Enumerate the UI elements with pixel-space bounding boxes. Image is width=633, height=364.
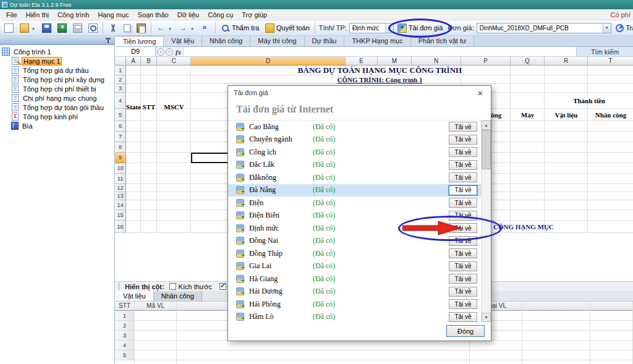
download-button[interactable]: Tải về <box>449 211 477 221</box>
row-header[interactable]: 8 <box>115 142 126 153</box>
download-button[interactable]: Tải về <box>449 312 477 322</box>
column-header[interactable]: Q <box>511 57 545 66</box>
run-button[interactable] <box>198 22 213 35</box>
quyet-toan-button[interactable]: Quyết toán <box>263 22 312 35</box>
row-header[interactable]: 16 <box>115 221 126 233</box>
new-button[interactable] <box>2 22 16 35</box>
price-list-item[interactable]: Đà Nẵng(Đã có)Tải về <box>228 184 481 197</box>
row-header[interactable]: 2 <box>115 75 126 84</box>
sheet-tab[interactable]: Tiền lương <box>116 36 164 46</box>
sheet-tab[interactable]: Dự thầu <box>305 36 345 46</box>
bottom-row-header[interactable]: 3 <box>115 331 135 341</box>
undo-button[interactable] <box>154 22 175 35</box>
tree-item[interactable]: Bìa <box>2 121 113 130</box>
scroll-thumb[interactable] <box>482 130 491 169</box>
tree-item[interactable]: Chi phí hạng mục chung <box>2 93 113 103</box>
tree-root[interactable]: Công trình 1 <box>2 47 113 56</box>
print-button[interactable] <box>70 22 85 35</box>
row-header[interactable]: 10 <box>115 163 126 174</box>
save-button[interactable] <box>40 22 54 35</box>
download-button[interactable]: Tải về <box>449 185 477 195</box>
price-list-item[interactable]: Chuyên ngành(Đã có)Tải về <box>228 133 481 146</box>
row-header[interactable]: 6 <box>115 121 126 132</box>
column-header[interactable]: R <box>545 57 588 66</box>
download-button[interactable]: Tải về <box>449 248 477 258</box>
copy-button[interactable] <box>121 22 133 35</box>
price-list-item[interactable]: Đồng Nai(Đã có)Tải về <box>228 235 481 248</box>
redo-button[interactable] <box>176 22 197 35</box>
price-list-item[interactable]: Đắc Lắk(Đã có)Tải về <box>228 159 481 172</box>
cut-button[interactable] <box>106 22 120 35</box>
price-list-item[interactable]: Đắknông(Đã có)Tải về <box>228 171 481 184</box>
row-header[interactable]: 15 <box>115 210 126 221</box>
menu-item[interactable]: Hiển thị <box>22 11 53 19</box>
download-button[interactable]: Tải về <box>449 198 477 208</box>
cell-reference-box[interactable]: D9 <box>116 47 156 56</box>
menu-item[interactable]: Soạn thảo <box>134 11 173 19</box>
column-header[interactable]: D <box>191 57 346 66</box>
price-list-item[interactable]: Hải Dương(Đã có)Tải về <box>228 286 481 298</box>
download-button[interactable]: Tải về <box>449 122 477 132</box>
download-button[interactable]: Tải về <box>449 261 477 271</box>
column-checkbox[interactable]: Kích thước <box>169 283 212 290</box>
row-header[interactable]: 14 <box>115 200 126 210</box>
price-list-item[interactable]: Hải Phòng(Đã có)Tải về <box>228 298 481 311</box>
column-header[interactable]: C <box>157 57 191 66</box>
download-button[interactable]: Tải về <box>449 274 477 284</box>
formula-input[interactable] <box>183 47 576 56</box>
row-header[interactable]: 3 <box>115 84 126 93</box>
sheet-tab[interactable]: Phân tích vật tư <box>411 36 475 46</box>
download-button[interactable]: Tải về <box>449 223 477 233</box>
menu-item[interactable]: File <box>2 11 22 19</box>
download-button[interactable]: Tải về <box>449 236 477 246</box>
sheet-tab[interactable]: Máy thi công <box>250 36 304 46</box>
menu-item[interactable]: Công cụ <box>203 11 237 19</box>
row-header[interactable]: 11 <box>115 174 126 184</box>
row-header[interactable]: 12 <box>115 184 126 192</box>
row-header[interactable]: 1 <box>115 66 126 75</box>
scroll-down-icon[interactable] <box>482 313 491 322</box>
row-header[interactable]: 4 <box>115 93 126 109</box>
download-button[interactable]: Tải về <box>449 299 477 309</box>
tree-item[interactable]: Tổng hợp kinh phí <box>2 112 113 121</box>
sheet-tab[interactable]: Vật liệu <box>164 36 202 46</box>
bottom-tab[interactable]: Vật liệu <box>116 291 154 301</box>
price-list-item[interactable]: Gia Lai(Đã có)Tải về <box>228 260 481 273</box>
download-button[interactable]: Tải về <box>449 135 477 145</box>
menu-item[interactable]: Dữ liệu <box>173 11 204 19</box>
bottom-row-header[interactable]: 1 <box>115 311 135 321</box>
menu-item[interactable]: Hạng mục <box>93 11 133 19</box>
price-list-item[interactable]: Đồng Tháp(Đã có)Tải về <box>228 247 481 260</box>
column-header[interactable]: M <box>378 57 412 66</box>
tree-item[interactable]: Hạng mục 1 <box>2 56 113 66</box>
tai-don-gia-button[interactable]: Tải đơn giá <box>395 22 446 35</box>
price-list-item[interactable]: Điện(Đã có)Tải về <box>228 197 481 210</box>
export-excel-button[interactable] <box>55 22 69 35</box>
column-header[interactable]: E <box>346 57 378 66</box>
column-header[interactable]: N <box>412 57 461 66</box>
search-box[interactable]: Tìm kiếm <box>576 47 633 56</box>
accept-icon[interactable] <box>166 48 173 56</box>
tree-item[interactable]: Tổng hợp chi phí xây dựng <box>2 75 113 84</box>
column-header[interactable]: B <box>141 57 157 66</box>
paste-button[interactable] <box>134 22 148 35</box>
tinh-tp-select[interactable]: Định mức <box>349 23 394 33</box>
close-icon[interactable] <box>475 88 485 98</box>
tham-tra-button[interactable]: Thẩm tra <box>218 22 261 35</box>
tree-item[interactable]: Tổng hợp dự toán gói thầu <box>2 103 113 112</box>
price-list-item[interactable]: Hà Giang(Đã có)Tải về <box>228 273 481 286</box>
bottom-row-header[interactable]: 2 <box>115 321 135 331</box>
bottom-row-header[interactable]: 5 <box>115 350 135 360</box>
menu-item[interactable]: Trợ giúp <box>237 11 271 19</box>
price-list-item[interactable]: Công ích(Đã có)Tải về <box>228 146 481 159</box>
column-header[interactable]: T <box>588 57 633 66</box>
column-header[interactable]: A <box>126 57 141 66</box>
tra-lai-dg-button[interactable]: Tra lại ĐG <box>613 22 633 35</box>
price-list-item[interactable]: Hầm Lò(Đã có)Tải về <box>228 311 481 323</box>
don-gia-select[interactable]: DinhMuc_2018XD_DMFull_PCB <box>477 23 611 33</box>
sheet-tab[interactable]: Nhân công <box>202 36 250 46</box>
sheet-tab[interactable]: THKP Hạng mục <box>344 36 410 46</box>
download-button[interactable]: Tải về <box>449 160 477 170</box>
row-header[interactable]: 7 <box>115 132 126 142</box>
cancel-icon[interactable] <box>157 48 164 56</box>
